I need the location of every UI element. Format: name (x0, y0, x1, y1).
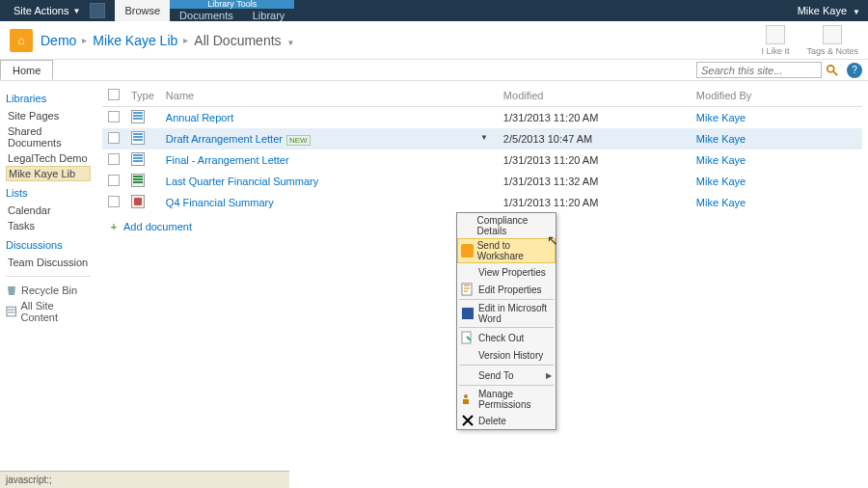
edit-icon (461, 283, 475, 296)
col-name[interactable]: Name (160, 85, 498, 107)
new-badge: NEW (286, 135, 311, 146)
tags-icon (823, 25, 842, 44)
doc-name-link[interactable]: Last Quarter Financial Summary (166, 176, 318, 187)
chevron-down-icon: ▼ (286, 39, 294, 47)
site-actions-menu[interactable]: Site Actions ▼ (8, 0, 86, 21)
nav-shared-docs[interactable]: Shared Documents (6, 123, 91, 150)
modified-date: 1/31/2013 11:32 AM (498, 171, 691, 192)
tab-browse[interactable]: Browse (115, 0, 170, 21)
breadcrumb: Demo ▸ Mike Kaye Lib ▸ All Documents ▼ (41, 33, 294, 48)
table-row[interactable]: Annual Report1/31/2013 11:20 AMMike Kaye (102, 107, 862, 129)
list-icon (6, 306, 16, 317)
add-document-link[interactable]: + Add document (102, 217, 198, 236)
col-modified[interactable]: Modified (498, 85, 691, 107)
search-button[interactable] (824, 62, 841, 79)
doc-name-link[interactable]: Draft Arrangement Letter (166, 133, 283, 145)
chevron-down-icon: ▼ (72, 7, 80, 15)
nav-mike-kaye-lib[interactable]: Mike Kaye Lib (6, 166, 91, 181)
table-row[interactable]: Final - Arrangement Letter1/31/2013 11:2… (102, 149, 862, 171)
all-site-content[interactable]: All Site Content (6, 298, 91, 325)
svg-rect-2 (7, 307, 16, 316)
modified-by-link[interactable]: Mike Kaye (696, 133, 746, 145)
file-doc-icon (131, 131, 145, 145)
col-modified-by[interactable]: Modified By (691, 85, 862, 107)
like-icon (766, 25, 785, 44)
left-nav: Libraries Site Pages Shared Documents Le… (0, 81, 96, 331)
modified-date: 1/31/2013 11:20 AM (498, 107, 691, 129)
tab-home[interactable]: Home (0, 60, 53, 80)
user-menu[interactable]: Mike Kaye ▼ (798, 5, 860, 16)
row-checkbox[interactable] (108, 111, 120, 122)
document-list: Type Name Modified Modified By Annual Re… (102, 85, 862, 213)
file-doc-icon (131, 110, 145, 123)
table-row[interactable]: Q4 Financial Summary1/31/2013 11:20 AMMi… (102, 192, 862, 213)
breadcrumb-view[interactable]: All Documents ▼ (194, 33, 294, 48)
svg-point-8 (464, 394, 468, 398)
menu-send-to[interactable]: Send To▶ (457, 366, 556, 384)
nav-heading-libraries[interactable]: Libraries (6, 93, 91, 104)
doc-name-link[interactable]: Annual Report (166, 112, 233, 123)
file-ppt-icon (131, 195, 145, 208)
modified-by-link[interactable]: Mike Kaye (696, 112, 746, 123)
nav-heading-lists[interactable]: Lists (6, 187, 91, 199)
modified-by-link[interactable]: Mike Kaye (696, 154, 746, 166)
tab-documents[interactable]: Documents (170, 9, 243, 21)
checkout-icon (461, 331, 475, 344)
doc-name-link[interactable]: Final - Arrangement Letter (166, 154, 289, 166)
table-row[interactable]: Last Quarter Financial Summary1/31/2013 … (102, 171, 862, 192)
modified-by-link[interactable]: Mike Kaye (696, 197, 746, 208)
search-icon (826, 64, 839, 77)
svg-rect-9 (463, 399, 469, 404)
tags-notes-button[interactable]: Tags & Notes (806, 25, 858, 56)
doc-name-link[interactable]: Q4 Financial Summary (166, 197, 274, 208)
site-actions-label: Site Actions (14, 5, 68, 16)
breadcrumb-demo[interactable]: Demo (41, 33, 76, 48)
row-checkbox[interactable] (108, 132, 120, 144)
menu-check-out[interactable]: Check Out (457, 329, 556, 346)
nav-calendar[interactable]: Calendar (6, 203, 91, 218)
delete-icon (461, 414, 475, 427)
table-row[interactable]: Draft Arrangement LetterNEW▼2/5/2013 10:… (102, 128, 862, 149)
row-checkbox[interactable] (108, 153, 120, 165)
menu-view-properties[interactable]: View Properties (457, 263, 556, 281)
help-button[interactable]: ? (847, 63, 862, 78)
permissions-icon (461, 393, 475, 406)
breadcrumb-lib[interactable]: Mike Kaye Lib (93, 33, 177, 48)
tab-library[interactable]: Library (243, 9, 295, 21)
modified-date: 1/31/2013 11:20 AM (498, 149, 691, 171)
chevron-down-icon: ▼ (853, 8, 860, 16)
recycle-bin[interactable]: Recycle Bin (6, 283, 91, 298)
nav-legaltech[interactable]: LegalTech Demo (6, 150, 91, 166)
menu-delete[interactable]: Delete (457, 412, 556, 429)
modified-by-link[interactable]: Mike Kaye (696, 176, 746, 187)
nav-team-discussion[interactable]: Team Discussion (6, 255, 91, 270)
select-all-checkbox[interactable] (108, 89, 120, 100)
menu-version-history[interactable]: Version History (457, 346, 556, 364)
svg-rect-7 (462, 332, 471, 343)
col-type[interactable]: Type (125, 85, 160, 107)
chevron-right-icon: ▸ (82, 35, 87, 45)
search-input[interactable] (696, 62, 822, 78)
i-like-it-button[interactable]: I Like It (761, 25, 789, 56)
nav-site-pages[interactable]: Site Pages (6, 108, 91, 123)
site-logo-icon: ⌂ (10, 29, 33, 52)
library-tools-label: Library Tools (170, 0, 294, 9)
plus-icon: + (108, 221, 120, 232)
chevron-right-icon: ▸ (183, 35, 188, 45)
recycle-icon (6, 285, 17, 296)
svg-point-0 (827, 65, 834, 71)
svg-rect-6 (462, 308, 474, 319)
item-menu-button[interactable]: ▼ (476, 133, 492, 142)
file-doc-icon (131, 152, 145, 166)
menu-edit-in-word[interactable]: Edit in Microsoft Word (457, 301, 556, 326)
nav-heading-discussions[interactable]: Discussions (6, 239, 91, 251)
menu-send-to-workshare[interactable]: Send to Workshare (457, 238, 556, 263)
row-checkbox[interactable] (108, 175, 120, 186)
menu-manage-permissions[interactable]: Manage Permissions (457, 387, 556, 412)
menu-compliance-details[interactable]: Compliance Details (457, 213, 556, 238)
word-icon (461, 307, 475, 320)
menu-edit-properties[interactable]: Edit Properties (457, 281, 556, 298)
nav-up-icon[interactable] (90, 3, 105, 18)
row-checkbox[interactable] (108, 196, 120, 207)
nav-tasks[interactable]: Tasks (6, 218, 91, 233)
